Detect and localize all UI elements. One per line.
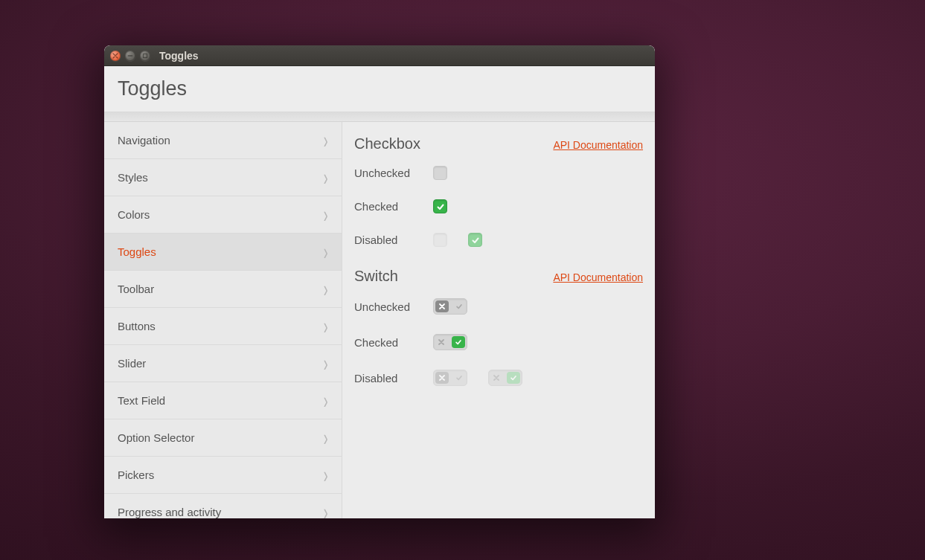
x-icon [438,374,446,382]
section-header: Switch API Documentation [354,268,643,285]
checkbox-unchecked[interactable] [433,166,447,180]
sidebar-item-styles[interactable]: Styles › [104,159,342,196]
main-body: Navigation › Styles › Colors › Toggles ›… [104,122,655,518]
sidebar-item-label: Progress and activity [118,506,221,518]
chevron-right-icon: › [323,315,327,338]
switch-thumb-off [435,372,449,384]
controls [433,199,447,213]
sidebar-item-buttons[interactable]: Buttons › [104,308,342,345]
row-label: Disabled [354,372,412,384]
chevron-right-icon: › [323,389,327,412]
sidebar-item-text-field[interactable]: Text Field › [104,382,342,419]
controls [433,298,467,315]
sidebar-item-label: Navigation [118,134,170,147]
chevron-right-icon: › [323,166,327,189]
controls [433,233,482,247]
x-icon [438,335,445,349]
chevron-right-icon: › [323,203,327,226]
titlebar[interactable]: Toggles [104,45,655,66]
section-header: Checkbox API Documentation [354,135,643,152]
controls [433,334,467,350]
chevron-right-icon: › [323,463,327,486]
sidebar-item-slider[interactable]: Slider › [104,345,342,382]
sidebar-item-progress-and-activity[interactable]: Progress and activity › [104,494,342,518]
sidebar-item-label: Buttons [118,320,156,332]
sidebar-item-label: Text Field [118,394,165,407]
checkbox-row-disabled: Disabled [354,233,643,247]
switch-thumb-on [452,336,465,348]
page-title: Toggles [118,77,187,100]
switch-row-unchecked: Unchecked [354,298,643,315]
row-label: Checked [354,200,412,213]
switch-disabled-unchecked [433,370,467,386]
section-title: Checkbox [354,135,420,152]
x-icon [438,303,446,310]
chevron-right-icon: › [323,277,327,300]
check-icon [471,236,480,245]
sidebar-item-label: Colors [118,208,150,221]
check-icon [436,202,445,211]
row-label: Disabled [354,234,412,246]
check-icon [455,300,463,313]
switch-thumb-off [435,300,449,312]
sidebar-item-pickers[interactable]: Pickers › [104,457,342,494]
sidebar-item-toggles[interactable]: Toggles › [104,234,342,271]
checkbox-row-unchecked: Unchecked [354,166,643,180]
sidebar-item-label: Styles [118,171,148,184]
checkbox-section: Checkbox API Documentation Unchecked Che… [354,135,643,247]
sidebar-item-label: Toolbar [118,283,154,295]
row-label: Unchecked [354,167,412,179]
x-icon [493,371,500,384]
switch-unchecked[interactable] [433,298,467,315]
page-header: Toggles [104,66,655,112]
chevron-right-icon: › [323,129,327,152]
sidebar-item-option-selector[interactable]: Option Selector › [104,419,342,457]
controls [433,166,447,180]
row-label: Unchecked [354,300,412,313]
switch-section: Switch API Documentation Unchecked [354,268,643,386]
row-label: Checked [354,336,412,349]
window-maximize-button[interactable] [140,51,150,61]
controls [433,370,522,386]
checkbox-row-checked: Checked [354,199,643,213]
close-icon [112,53,118,59]
minimize-icon [127,53,133,59]
header-separator [104,112,655,122]
sidebar[interactable]: Navigation › Styles › Colors › Toggles ›… [104,122,342,518]
chevron-right-icon: › [323,352,327,375]
svg-rect-0 [144,54,147,57]
window-close-button[interactable] [110,51,121,61]
check-icon [510,374,517,382]
sidebar-item-navigation[interactable]: Navigation › [104,122,342,159]
switch-row-disabled: Disabled [354,370,643,386]
section-title: Switch [354,268,398,285]
api-documentation-link[interactable]: API Documentation [553,271,643,283]
window-minimize-button[interactable] [125,51,135,61]
window-controls [110,51,150,61]
switch-thumb-on [507,372,520,384]
check-icon [455,371,463,384]
app-window: Toggles Toggles Navigation › Styles › Co… [104,45,655,518]
content-pane: Checkbox API Documentation Unchecked Che… [342,122,655,518]
sidebar-item-colors[interactable]: Colors › [104,196,342,234]
window-title: Toggles [159,50,199,62]
checkbox-disabled-checked [468,233,482,247]
switch-row-checked: Checked [354,334,643,350]
maximize-icon [142,53,148,59]
chevron-right-icon: › [323,426,327,449]
chevron-right-icon: › [323,501,327,518]
sidebar-item-label: Option Selector [118,431,194,444]
sidebar-item-label: Toggles [118,245,156,258]
checkbox-checked[interactable] [433,199,447,213]
sidebar-item-toolbar[interactable]: Toolbar › [104,271,342,308]
sidebar-item-label: Pickers [118,469,154,481]
check-icon [455,338,462,346]
switch-checked[interactable] [433,334,467,350]
switch-disabled-checked [488,370,522,386]
sidebar-item-label: Slider [118,357,146,370]
chevron-right-icon: › [323,240,327,263]
api-documentation-link[interactable]: API Documentation [553,139,643,151]
checkbox-disabled-unchecked [433,233,447,247]
